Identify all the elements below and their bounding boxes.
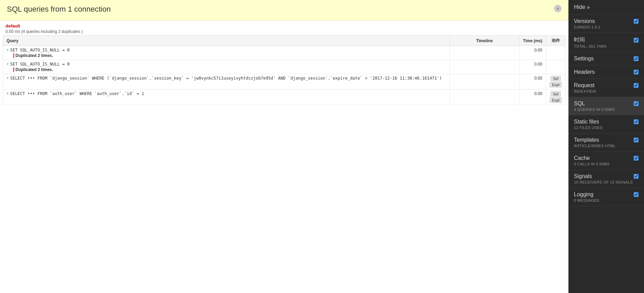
sidebar-item-cache-title: Cache: [574, 155, 590, 161]
query-text: SELECT ••• FROM `auth_user` WHERE `auth_…: [10, 91, 144, 96]
sidebar-item-signals-checkbox[interactable]: [634, 174, 639, 179]
action-cell: [546, 46, 566, 60]
sidebar: Hide » VersionsDjango 1.8.2时间Total: 302.…: [568, 0, 644, 293]
sidebar-item-time-title: 时间: [574, 36, 585, 44]
sidebar-item-request[interactable]: RequestIndexView: [568, 79, 644, 97]
sidebar-item-headers-checkbox[interactable]: [634, 70, 639, 74]
table-row: +SET SQL_AUTO_IS_NULL = 0Duplicated 2 ti…: [3, 60, 450, 74]
sidebar-item-logging-checkbox[interactable]: [634, 192, 639, 197]
duplicate-note: Duplicated 2 times.: [13, 53, 53, 58]
sidebar-item-versions-sub: Django 1.8.2: [574, 25, 639, 29]
query-text: SET SQL_AUTO_IS_NULL = 0: [10, 62, 69, 67]
timeline-cell: [450, 74, 519, 90]
query-table-container: Query Timeline Time (ms) 动作 +SET SQL_AUT…: [0, 35, 568, 293]
sidebar-item-settings[interactable]: Settings: [568, 52, 644, 66]
sidebar-item-versions-checkbox[interactable]: [634, 19, 639, 24]
expand-icon[interactable]: +: [7, 48, 9, 52]
query-table: Query Timeline Time (ms) 动作 +SET SQL_AUT…: [3, 35, 566, 105]
sidebar-item-static_files[interactable]: Static files12 files used: [568, 115, 644, 133]
col-timeline: Timeline: [450, 36, 519, 46]
sidebar-item-sql[interactable]: SQL4 queries in 0.00ms: [568, 97, 644, 115]
action-sel-button[interactable]: Sel: [551, 76, 561, 81]
expand-icon[interactable]: +: [7, 91, 9, 95]
expand-icon[interactable]: +: [7, 62, 9, 66]
sidebar-item-time[interactable]: 时间Total: 302.74ms: [568, 33, 644, 52]
sidebar-item-headers[interactable]: Headers: [568, 66, 644, 79]
sidebar-item-signals-title: Signals: [574, 173, 592, 179]
sidebar-item-static_files-checkbox[interactable]: [634, 119, 639, 124]
sidebar-item-sql-checkbox[interactable]: [634, 101, 639, 106]
sidebar-item-request-sub: IndexView: [574, 89, 639, 93]
sidebar-item-settings-checkbox[interactable]: [634, 56, 639, 61]
sidebar-item-signals[interactable]: Signals15 receivers of 12 signals: [568, 170, 644, 188]
sidebar-item-templates-sub: article/index.html: [574, 144, 639, 148]
panel-title: SQL queries from 1 connection: [7, 5, 111, 14]
table-row: +SET SQL_AUTO_IS_NULL = 0Duplicated 2 ti…: [3, 46, 450, 60]
sidebar-item-templates-title: Templates: [574, 137, 599, 143]
sidebar-item-logging[interactable]: Logging0 messages: [568, 188, 644, 206]
time-cell: 0.00: [519, 46, 546, 60]
action-cell: SelExpl: [546, 74, 566, 90]
sidebar-item-static_files-title: Static files: [574, 119, 599, 125]
close-button[interactable]: ×: [554, 5, 562, 12]
sidebar-item-cache-checkbox[interactable]: [634, 156, 639, 161]
query-text: SELECT ••• FROM `django_session` WHERE (…: [10, 76, 442, 81]
action-expl-button[interactable]: Expl: [550, 97, 562, 103]
sidebar-item-logging-sub: 0 messages: [574, 198, 639, 202]
sidebar-item-templates[interactable]: Templatesarticle/index.html: [568, 133, 644, 152]
action-sel-button[interactable]: Sel: [551, 91, 561, 97]
time-cell: 0.00: [519, 90, 546, 105]
main-panel: SQL queries from 1 connection × default …: [0, 0, 568, 293]
sidebar-item-sql-sub: 4 queries in 0.00ms: [574, 107, 639, 112]
sidebar-item-templates-checkbox[interactable]: [634, 138, 639, 142]
db-section: default 0.00 ms (4 queries including 2 d…: [0, 21, 568, 35]
timeline-cell: [450, 60, 519, 74]
sidebar-item-sql-title: SQL: [574, 101, 585, 107]
sidebar-item-versions[interactable]: VersionsDjango 1.8.2: [568, 15, 644, 33]
table-row: +SELECT ••• FROM `django_session` WHERE …: [3, 74, 450, 90]
sidebar-item-static_files-sub: 12 files used: [574, 126, 639, 130]
sidebar-item-cache[interactable]: Cache0 calls in 0.00ms: [568, 152, 644, 170]
sidebar-item-settings-title: Settings: [574, 56, 594, 62]
sidebar-item-versions-title: Versions: [574, 18, 595, 24]
time-cell: 0.00: [519, 60, 546, 74]
db-meta: 0.00 ms (4 queries including 2 duplicate…: [5, 29, 563, 34]
sidebar-item-logging-title: Logging: [574, 191, 594, 198]
db-name: default: [5, 23, 563, 28]
sidebar-item-time-checkbox[interactable]: [634, 38, 639, 43]
sidebar-item-cache-sub: 0 calls in 0.00ms: [574, 162, 639, 166]
col-time: Time (ms): [519, 36, 546, 46]
action-expl-button[interactable]: Expl: [550, 82, 562, 87]
time-cell: 0.00: [519, 74, 546, 90]
sidebar-item-headers-title: Headers: [574, 69, 595, 75]
duplicate-note: Duplicated 2 times.: [13, 67, 53, 72]
expand-icon[interactable]: +: [7, 76, 9, 80]
sidebar-item-time-sub: Total: 302.74ms: [574, 44, 639, 48]
sidebar-item-request-checkbox[interactable]: [634, 83, 639, 88]
col-action: 动作: [546, 36, 566, 46]
col-query: Query: [3, 36, 450, 46]
sidebar-item-request-title: Request: [574, 82, 595, 89]
action-cell: [546, 60, 566, 74]
panel-header: SQL queries from 1 connection ×: [0, 0, 568, 21]
table-row: +SELECT ••• FROM `auth_user` WHERE `auth…: [3, 90, 450, 105]
sidebar-item-signals-sub: 15 receivers of 12 signals: [574, 180, 639, 184]
timeline-cell: [450, 90, 519, 105]
timeline-cell: [450, 46, 519, 60]
action-cell: SelExpl: [546, 90, 566, 105]
hide-button[interactable]: Hide »: [568, 0, 644, 15]
query-text: SET SQL_AUTO_IS_NULL = 0: [10, 48, 69, 52]
